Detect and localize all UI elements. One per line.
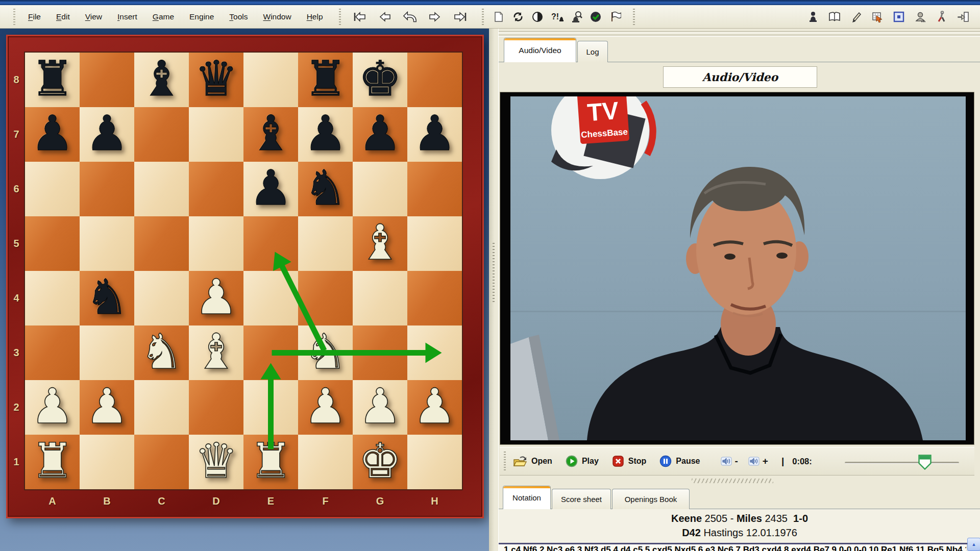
- menu-file[interactable]: File: [20, 12, 48, 21]
- piece-white-p-g2[interactable]: ♟: [353, 380, 407, 435]
- piece-black-p-a7[interactable]: ♟: [25, 107, 80, 162]
- go-last-button[interactable]: [453, 9, 469, 24]
- panel-resize-gripper[interactable]: [692, 479, 773, 483]
- board-square-c6[interactable]: [134, 162, 189, 216]
- annotate-button[interactable]: [849, 9, 863, 24]
- slider-track[interactable]: [845, 462, 959, 464]
- board-square-e8[interactable]: [243, 53, 298, 107]
- piece-black-r-f8[interactable]: ♜: [298, 53, 353, 107]
- tab-score-sheet[interactable]: Score sheet: [552, 489, 611, 509]
- go-first-button[interactable]: [351, 9, 366, 24]
- board-square-b5[interactable]: [80, 216, 134, 271]
- tab-notation[interactable]: Notation: [503, 486, 551, 509]
- player-info-button[interactable]: [914, 9, 927, 24]
- piece-white-p-b2[interactable]: ♟: [80, 380, 134, 435]
- board-square-a3[interactable]: [25, 325, 80, 380]
- menu-edit[interactable]: Edit: [48, 12, 78, 21]
- board-square-e3[interactable]: [243, 325, 298, 380]
- openings-book-button[interactable]: [828, 9, 841, 24]
- piece-black-p-b7[interactable]: ♟: [80, 107, 134, 162]
- go-back-button[interactable]: [377, 9, 392, 24]
- notation-moves[interactable]: 1.c4 Nf6 2.Nc3 e6 3.Nf3 d5 4.d4 c5 5.cxd…: [499, 544, 966, 551]
- piece-black-n-b4[interactable]: ♞: [80, 271, 134, 325]
- piece-black-k-g8[interactable]: ♚: [353, 53, 407, 107]
- stop-button[interactable]: Stop: [612, 455, 647, 467]
- board-square-h8[interactable]: [407, 53, 462, 107]
- piece-black-p-h7[interactable]: ♟: [407, 107, 462, 162]
- piece-white-b-d3[interactable]: ♝: [189, 325, 243, 380]
- takeback-button[interactable]: [402, 9, 418, 24]
- board-square-c5[interactable]: [134, 216, 189, 271]
- pane-splitter[interactable]: [489, 29, 498, 551]
- board-square-c4[interactable]: [134, 271, 189, 325]
- board-square-b8[interactable]: [80, 53, 134, 107]
- piece-black-n-f6[interactable]: ♞: [298, 162, 353, 216]
- board-square-h6[interactable]: [407, 162, 462, 216]
- board-square-g4[interactable]: [353, 271, 407, 325]
- board-square-e5[interactable]: [243, 216, 298, 271]
- piece-white-n-f3[interactable]: ♞: [298, 325, 353, 380]
- piece-white-k-g1[interactable]: ♚: [353, 435, 407, 489]
- flag-button[interactable]: [608, 9, 622, 24]
- board-square-g3[interactable]: [353, 325, 407, 380]
- board-select-button[interactable]: [871, 9, 884, 24]
- menu-window[interactable]: Window: [256, 12, 299, 21]
- board-square-a4[interactable]: [25, 271, 80, 325]
- menu-tools[interactable]: Tools: [222, 12, 255, 21]
- board-square-h1[interactable]: [407, 435, 462, 489]
- piece-black-b-e7[interactable]: ♝: [243, 107, 298, 162]
- play-button[interactable]: Play: [566, 455, 599, 467]
- tools-button[interactable]: [935, 9, 948, 24]
- board-square-c2[interactable]: [134, 380, 189, 435]
- scroll-up-button[interactable]: ▲: [967, 538, 980, 551]
- volume-up-button[interactable]: +: [748, 456, 768, 467]
- board-square-a5[interactable]: [25, 216, 80, 271]
- piece-black-q-d8[interactable]: ♛: [189, 53, 243, 107]
- volume-down-button[interactable]: -: [721, 456, 738, 467]
- piece-white-p-a2[interactable]: ♟: [25, 380, 80, 435]
- board-square-b3[interactable]: [80, 325, 134, 380]
- menu-help[interactable]: Help: [299, 12, 331, 21]
- board-square-d5[interactable]: [189, 216, 243, 271]
- piece-white-r-e1[interactable]: ♜: [243, 435, 298, 489]
- splitter-grip[interactable]: [493, 243, 495, 304]
- piece-black-b-c8[interactable]: ♝: [134, 53, 189, 107]
- board-square-h4[interactable]: [407, 271, 462, 325]
- open-button[interactable]: Open: [513, 456, 552, 467]
- board-square-f4[interactable]: [298, 271, 353, 325]
- seek-slider[interactable]: [845, 457, 959, 468]
- analysis-button[interactable]: [570, 9, 583, 24]
- pause-button[interactable]: Pause: [659, 455, 700, 467]
- piece-white-r-a1[interactable]: ♜: [25, 435, 80, 489]
- go-forward-button[interactable]: [428, 9, 443, 24]
- board-square-h3[interactable]: [407, 325, 462, 380]
- focus-board-button[interactable]: [892, 9, 905, 24]
- board-square-e2[interactable]: [243, 380, 298, 435]
- piece-black-p-f7[interactable]: ♟: [298, 107, 353, 162]
- board-square-e4[interactable]: [243, 271, 298, 325]
- chess-board[interactable]: ♜♝♛♜♚♟♟♝♟♟♟♟♞♝♞♟♞♝♞♟♟♟♟♟♜♛♜♚: [25, 53, 462, 489]
- engine-check-button[interactable]: [589, 9, 602, 24]
- board-square-f5[interactable]: [298, 216, 353, 271]
- piece-white-b-g5[interactable]: ♝: [353, 216, 407, 271]
- piece-white-p-d4[interactable]: ♟: [189, 271, 243, 325]
- piece-black-r-a8[interactable]: ♜: [25, 53, 80, 107]
- evaluate-button[interactable]: [531, 9, 544, 24]
- exit-door-button[interactable]: [957, 9, 970, 24]
- piece-white-n-c3[interactable]: ♞: [134, 325, 189, 380]
- menu-game[interactable]: Game: [145, 12, 182, 21]
- piece-white-q-d1[interactable]: ♛: [189, 435, 243, 489]
- piece-black-p-e6[interactable]: ♟: [243, 162, 298, 216]
- board-square-d6[interactable]: [189, 162, 243, 216]
- slider-thumb[interactable]: [918, 455, 932, 470]
- board-square-d7[interactable]: [189, 107, 243, 162]
- board-square-h5[interactable]: [407, 216, 462, 271]
- board-square-d2[interactable]: [189, 380, 243, 435]
- tab-audio-video[interactable]: Audio/Video: [504, 38, 576, 62]
- board-square-g6[interactable]: [353, 162, 407, 216]
- board-square-c7[interactable]: [134, 107, 189, 162]
- tab-openings-book[interactable]: Openings Book: [612, 489, 690, 509]
- piece-white-p-f2[interactable]: ♟: [298, 380, 353, 435]
- controls-grip[interactable]: [504, 452, 506, 471]
- piece-white-p-h2[interactable]: ♟: [407, 380, 462, 435]
